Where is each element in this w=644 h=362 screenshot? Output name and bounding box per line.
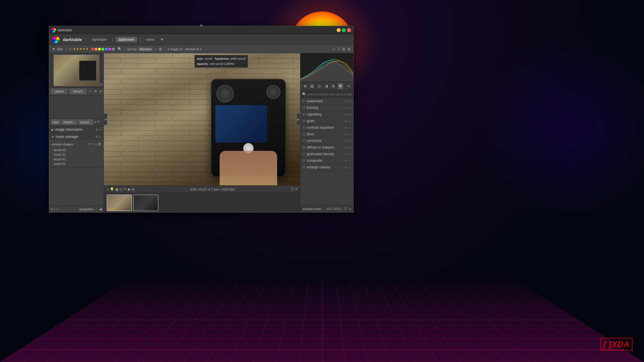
- module-menu-contrast-eq[interactable]: ≡: [349, 126, 351, 129]
- close-button[interactable]: [347, 28, 351, 32]
- nav-dropdown-arrow[interactable]: ▼: [160, 37, 165, 42]
- module-preset-framing[interactable]: ○: [347, 106, 349, 109]
- module-menu-composite[interactable]: ≡: [349, 159, 351, 162]
- module-preset-grain[interactable]: ○: [347, 120, 349, 123]
- filter-purple[interactable]: [108, 48, 111, 51]
- new-button[interactable]: new: [51, 120, 61, 125]
- home-icon[interactable]: ⌂: [107, 187, 109, 191]
- module-preset-vignetting[interactable]: ○: [347, 113, 349, 116]
- export-button[interactable]: export...: [78, 120, 93, 125]
- filter-gray[interactable]: [112, 48, 115, 51]
- module-reset-watermark[interactable]: ↺: [344, 100, 346, 103]
- module-reset-graduated[interactable]: ↺: [344, 153, 346, 156]
- settings-icon-section[interactable]: ⚙: [95, 128, 98, 132]
- module-vignetting[interactable]: vignetting ↺ ○ ≡: [300, 111, 353, 118]
- module-tool-power[interactable]: ⏻: [309, 83, 315, 89]
- shape-item-circle2[interactable]: circle #2: [51, 152, 101, 157]
- grid-icon-toolbar[interactable]: ⊞: [347, 47, 351, 51]
- module-preset-composite[interactable]: ○: [347, 159, 349, 162]
- filter-orange[interactable]: [95, 48, 97, 51]
- module-composite[interactable]: composite ↺ ○ ≡: [300, 157, 353, 164]
- module-preset-watermark[interactable]: ○: [347, 100, 349, 103]
- triangle-shape-icon[interactable]: △: [95, 142, 97, 146]
- footer-arrow[interactable]: ◀: [99, 207, 102, 211]
- module-reset-censorize[interactable]: ↺: [344, 139, 346, 143]
- mask-menu-icon[interactable]: ≡: [99, 135, 101, 139]
- attach-button[interactable]: attach: [51, 89, 68, 94]
- sort-arrow[interactable]: ↑: [154, 47, 157, 51]
- module-menu-diffuse[interactable]: ≡: [349, 146, 351, 149]
- sort-grid-icon[interactable]: ⊞: [158, 47, 162, 51]
- mask-manager-header[interactable]: ▼ mask manager ⚙ ≡: [49, 133, 103, 140]
- menu-icon-section[interactable]: ≡: [99, 128, 101, 132]
- module-preset-contrast-eq[interactable]: ○: [347, 126, 349, 129]
- pen-icon[interactable]: ✎: [124, 187, 127, 191]
- right-footer-info[interactable]: ⓘ: [344, 207, 347, 211]
- grid-icon-status[interactable]: ⊞: [132, 187, 135, 191]
- module-graduated-density[interactable]: graduated density ↺ ○ ≡: [300, 151, 353, 157]
- module-reset-vignetting[interactable]: ↺: [344, 113, 346, 116]
- module-menu-watermark[interactable]: ≡: [349, 100, 351, 103]
- footer-circle-icon[interactable]: ○: [53, 207, 55, 211]
- module-contrast-equalizer[interactable]: contrast equalizer ↺ ○ ≡: [300, 124, 353, 131]
- footer-box-icon[interactable]: □: [56, 207, 58, 211]
- settings-icon[interactable]: ⚙: [342, 47, 346, 51]
- mode-other[interactable]: other: [143, 37, 157, 42]
- module-tool-color[interactable]: ◑: [323, 83, 329, 89]
- module-menu-grain[interactable]: ≡: [349, 120, 351, 123]
- module-menu-censorize[interactable]: ≡: [349, 139, 351, 143]
- module-menu-vignetting[interactable]: ≡: [349, 113, 351, 116]
- add-icon-btn[interactable]: +: [94, 120, 97, 125]
- sort-value[interactable]: filename: [138, 47, 154, 51]
- filter-green[interactable]: [101, 48, 104, 51]
- module-preset-blurs[interactable]: ○: [347, 133, 349, 136]
- module-menu-graduated[interactable]: ≡: [349, 153, 351, 156]
- module-preset-censorize[interactable]: ○: [347, 139, 349, 143]
- search-icon-filter[interactable]: 🔍: [117, 47, 122, 51]
- shape-item-brush2[interactable]: brush #2: [51, 148, 101, 152]
- plus-icon[interactable]: +: [69, 47, 72, 51]
- filter-yellow[interactable]: [98, 48, 101, 51]
- module-enlarge-canvas[interactable]: enlarge canvas ↺ ○ ≡: [300, 164, 353, 171]
- right-footer-menu[interactable]: ≡: [349, 207, 351, 211]
- module-preset-diffuse[interactable]: ○: [347, 146, 349, 149]
- menu-icon-status[interactable]: ≡: [295, 187, 297, 192]
- module-preset-graduated[interactable]: ○: [347, 153, 349, 156]
- left-panel-collapse[interactable]: ◀: [104, 113, 107, 125]
- play-icon[interactable]: ▶: [128, 187, 131, 191]
- pencil-icon-panel[interactable]: ✏: [94, 89, 98, 93]
- module-reset-diffuse[interactable]: ↺: [344, 146, 346, 149]
- check-icon[interactable]: ✓: [88, 89, 92, 93]
- minus-icon[interactable]: −: [64, 47, 68, 51]
- delete-shape-icon[interactable]: 🗑: [98, 142, 101, 146]
- module-tool-settings[interactable]: ⚙: [338, 83, 344, 89]
- module-framing[interactable]: framing ↺ ○ ≡: [300, 105, 353, 111]
- mode-darkroom[interactable]: darkroom: [116, 37, 137, 42]
- module-censorize[interactable]: censorize ↺ ○ ≡: [300, 138, 353, 144]
- module-tool-plugin[interactable]: ⊕: [302, 83, 308, 89]
- shape-item-circle1[interactable]: circle #1: [51, 161, 101, 166]
- mask-settings-icon[interactable]: ⚙: [95, 135, 98, 139]
- star-rating[interactable]: ★★★★★: [73, 47, 89, 51]
- module-preset-enlarge[interactable]: ○: [347, 166, 349, 169]
- filter-blue[interactable]: [105, 48, 108, 51]
- module-reset-enlarge[interactable]: ↺: [344, 166, 346, 169]
- panel-close-icon[interactable]: ×: [99, 89, 102, 94]
- bulb-icon[interactable]: 💡: [110, 187, 114, 191]
- module-search-input[interactable]: [308, 93, 352, 96]
- frame-icon[interactable]: ▣: [115, 187, 118, 191]
- module-reset-contrast-eq[interactable]: ↺: [344, 126, 346, 129]
- info-icon-status[interactable]: ⓘ: [291, 187, 294, 192]
- module-watermark[interactable]: watermark ↺ ○ ≡: [300, 98, 353, 105]
- module-reset-framing[interactable]: ↺: [344, 106, 346, 109]
- footer-list-icon[interactable]: ≡: [51, 207, 53, 211]
- module-menu-framing[interactable]: ≡: [349, 106, 351, 109]
- star-icon-toolbar[interactable]: ☆: [332, 47, 336, 51]
- filmstrip-thumb-2[interactable]: [133, 195, 158, 211]
- module-reset-composite[interactable]: ↺: [344, 159, 346, 162]
- module-reset-grain[interactable]: ↺: [344, 120, 346, 123]
- list-icon-btn[interactable]: ≡: [97, 120, 99, 125]
- right-panel-collapse[interactable]: ▶: [297, 113, 300, 125]
- main-image[interactable]: [104, 53, 300, 185]
- module-tool-menu[interactable]: ≡: [346, 83, 352, 89]
